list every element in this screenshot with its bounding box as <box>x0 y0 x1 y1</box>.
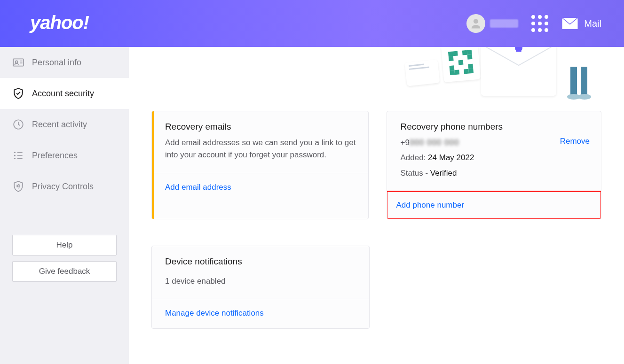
add-phone-link[interactable]: Add phone number <box>396 201 464 210</box>
sidebar-item-recent-activity[interactable]: Recent activity <box>0 109 129 140</box>
remove-phone-link[interactable]: Remove <box>560 137 590 146</box>
phone-added-date: Added: 24 May 2022 <box>400 152 590 164</box>
sidebar-item-account-security[interactable]: Account security <box>0 78 129 109</box>
sidebar-item-label: Personal info <box>32 58 81 68</box>
svg-point-2 <box>16 61 18 63</box>
main-content: Recovery emails Add email addresses so w… <box>129 47 624 364</box>
envelope-icon <box>481 47 556 96</box>
svg-rect-11 <box>581 67 587 95</box>
sidebar-item-preferences[interactable]: Preferences <box>0 140 129 171</box>
sidebar-item-label: Privacy Controls <box>32 182 94 192</box>
recovery-phones-card: Recovery phone numbers +9000 000 000 Rem… <box>387 111 601 219</box>
person-illustration <box>556 48 603 104</box>
sidebar: Personal info Account security Recent ac… <box>0 47 129 364</box>
svg-point-4 <box>14 152 16 153</box>
yahoo-logo[interactable]: yahoo! <box>30 12 89 33</box>
svg-point-6 <box>14 158 16 159</box>
device-notifications-card: Device notifications 1 device enabled Ma… <box>151 246 370 329</box>
add-email-link[interactable]: Add email address <box>165 183 231 192</box>
phone-status: Status - Verified <box>400 167 590 179</box>
card-title: Device notifications <box>152 246 369 271</box>
header-right: Mail <box>466 14 601 33</box>
svg-point-0 <box>474 19 478 23</box>
sidebar-footer-buttons: Help Give feedback <box>0 235 129 293</box>
recovery-emails-card: Recovery emails Add email addresses so w… <box>151 111 369 219</box>
mail-label: Mail <box>584 18 601 29</box>
card-title: Recovery emails <box>152 111 368 137</box>
sidebar-item-label: Account security <box>32 89 94 99</box>
hero-illustration <box>406 47 613 104</box>
shield-check-icon <box>12 87 24 100</box>
svg-rect-8 <box>481 47 556 96</box>
sidebar-item-privacy-controls[interactable]: Privacy Controls <box>0 171 129 202</box>
svg-point-13 <box>578 94 591 100</box>
svg-point-5 <box>14 155 16 156</box>
manage-devices-link[interactable]: Manage device notifications <box>165 309 264 318</box>
card-description: Add email addresses so we can send you a… <box>152 137 368 173</box>
phone-number-redacted: 000 000 000 <box>410 138 459 147</box>
card-title: Recovery phone numbers <box>387 111 601 137</box>
shield-gear-icon <box>12 180 24 193</box>
app-header: yahoo! Mail <box>0 0 624 47</box>
sidebar-item-label: Preferences <box>32 151 78 161</box>
sidebar-item-label: Recent activity <box>32 120 87 130</box>
help-button[interactable]: Help <box>12 235 117 256</box>
account-menu[interactable] <box>466 14 518 33</box>
clock-icon <box>12 118 24 131</box>
list-icon <box>12 149 24 162</box>
phone-number-prefix: +9 <box>400 138 409 147</box>
svg-point-7 <box>17 185 19 187</box>
feedback-button[interactable]: Give feedback <box>12 261 117 282</box>
account-name-redacted <box>490 19 518 28</box>
id-card-icon <box>12 56 24 69</box>
app-launcher-icon[interactable] <box>531 15 548 32</box>
mail-link[interactable]: Mail <box>561 17 601 30</box>
qr-code-icon <box>441 47 481 82</box>
card-description: 1 device enabled <box>152 271 369 299</box>
sidebar-item-personal-info[interactable]: Personal info <box>0 47 129 78</box>
svg-rect-10 <box>570 67 577 95</box>
avatar-icon <box>466 14 485 33</box>
highlighted-action: Add phone number <box>387 191 601 219</box>
mail-icon <box>561 17 578 30</box>
